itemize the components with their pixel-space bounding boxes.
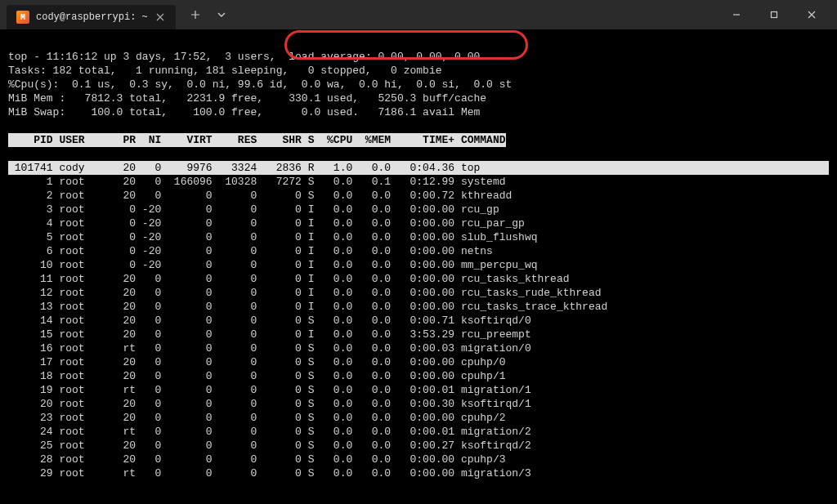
process-row: 20 root 20 0 0 0 0 S 0.0 0.0 0:00.30 kso… [8, 397, 829, 411]
process-row: 5 root 0 -20 0 0 0 I 0.0 0.0 0:00.00 slu… [8, 230, 829, 244]
process-row: 4 root 0 -20 0 0 0 I 0.0 0.0 0:00.00 rcu… [8, 216, 829, 230]
process-list: 101741 cody 20 0 9976 3324 2836 R 1.0 0.… [8, 161, 829, 480]
app-icon: M [16, 11, 29, 24]
process-row: 24 root rt 0 0 0 0 S 0.0 0.0 0:00.01 mig… [8, 425, 829, 439]
new-tab-button[interactable] [184, 3, 207, 26]
blank-line [8, 120, 15, 132]
top-summary-line-tasks: Tasks: 182 total, 1 running, 181 sleepin… [8, 65, 442, 77]
top-summary-line-swap: MiB Swap: 100.0 total, 100.0 free, 0.0 u… [8, 106, 480, 118]
process-row: 2 root 20 0 0 0 0 S 0.0 0.0 0:00.72 kthr… [8, 189, 829, 203]
top-summary-line-cpu: %Cpu(s): 0.1 us, 0.3 sy, 0.0 ni, 99.6 id… [8, 78, 512, 91]
process-row: 12 root 20 0 0 0 0 I 0.0 0.0 0:00.00 rcu… [8, 286, 829, 300]
top-summary-line-1: top - 11:16:12 up 3 days, 17:52, 3 users… [8, 51, 480, 63]
process-row: 28 root 20 0 0 0 0 S 0.0 0.0 0:00.00 cpu… [8, 453, 829, 466]
process-row: 18 root 20 0 0 0 0 S 0.0 0.0 0:00.00 cpu… [8, 369, 829, 383]
process-column-header: PID USER PR NI VIRT RES SHR S %CPU %MEM … [8, 133, 829, 147]
process-row: 10 root 0 -20 0 0 0 I 0.0 0.0 0:00.00 mm… [8, 258, 829, 272]
process-row: 3 root 0 -20 0 0 0 I 0.0 0.0 0:00.00 rcu… [8, 203, 829, 216]
process-row: 101741 cody 20 0 9976 3324 2836 R 1.0 0.… [8, 161, 829, 175]
process-row: 11 root 20 0 0 0 0 I 0.0 0.0 0:00.00 rcu… [8, 272, 829, 286]
tab-title: cody@raspberrypi: ~ [36, 11, 148, 23]
terminal-output[interactable]: top - 11:16:12 up 3 days, 17:52, 3 users… [0, 29, 837, 504]
close-icon[interactable] [154, 11, 166, 23]
process-row: 6 root 0 -20 0 0 0 I 0.0 0.0 0:00.00 net… [8, 244, 829, 258]
process-row: 23 root 20 0 0 0 0 S 0.0 0.0 0:00.00 cpu… [8, 411, 829, 425]
minimize-button[interactable] [718, 2, 755, 28]
tab-dropdown-icon[interactable] [210, 3, 233, 26]
top-summary-line-mem: MiB Mem : 7812.3 total, 2231.9 free, 330… [8, 92, 486, 105]
maximize-button[interactable] [755, 2, 793, 28]
process-row: 1 root 20 0 166096 10328 7272 S 0.0 0.1 … [8, 175, 829, 189]
load-average-text: load average: 0.00, 0.00, 0.00 [289, 51, 480, 63]
process-row: 19 root rt 0 0 0 0 S 0.0 0.0 0:00.01 mig… [8, 383, 829, 397]
close-window-button[interactable] [793, 2, 830, 28]
process-row: 14 root 20 0 0 0 0 S 0.0 0.0 0:00.71 kso… [8, 314, 829, 328]
process-row: 15 root 20 0 0 0 0 I 0.0 0.0 3:53.29 rcu… [8, 328, 829, 341]
process-row: 13 root 20 0 0 0 0 I 0.0 0.0 0:00.00 rcu… [8, 300, 829, 314]
process-row: 29 root rt 0 0 0 0 S 0.0 0.0 0:00.00 mig… [8, 466, 829, 480]
process-row: 16 root rt 0 0 0 0 S 0.0 0.0 0:00.03 mig… [8, 341, 829, 355]
window-controls [718, 2, 830, 28]
titlebar: M cody@raspberrypi: ~ [0, 0, 837, 29]
process-row: 17 root 20 0 0 0 0 S 0.0 0.0 0:00.00 cpu… [8, 355, 829, 369]
tab-active[interactable]: M cody@raspberrypi: ~ [7, 5, 176, 29]
svg-rect-0 [772, 12, 777, 18]
process-row: 25 root 20 0 0 0 0 S 0.0 0.0 0:00.27 kso… [8, 439, 829, 453]
